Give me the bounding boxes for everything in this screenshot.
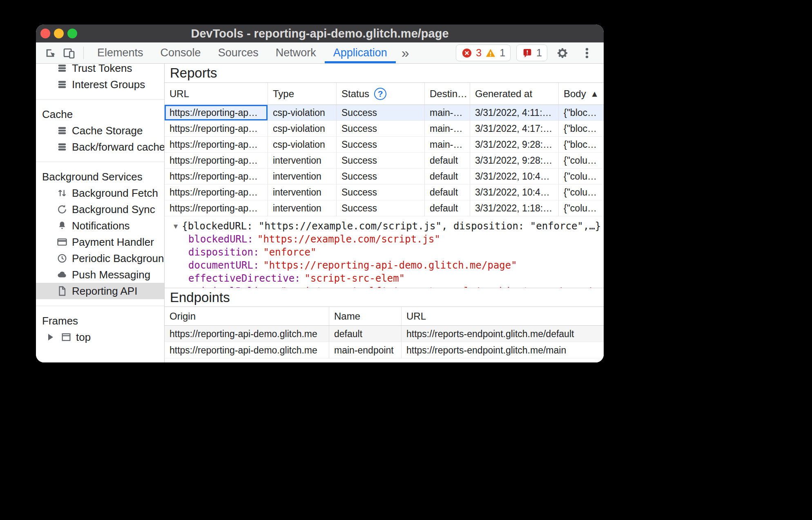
endpoint-row[interactable]: https://reporting-api-demo.glitch.me mai… [165,342,604,358]
report-status-cell[interactable]: Success [337,169,425,184]
report-body-cell[interactable]: {"bloc… [559,105,604,121]
tab-sources[interactable]: Sources [210,42,267,63]
column-header-endpoint-url[interactable]: URL [402,307,604,326]
report-row[interactable]: https://reporting-ap… csp-violation Succ… [165,137,604,153]
report-body-cell[interactable]: {"colu… [559,153,604,169]
column-header-status[interactable]: Status ? [337,83,425,105]
report-generated-cell[interactable]: 3/31/2022, 10:4… [470,169,559,184]
report-type-cell[interactable]: intervention [268,169,337,184]
report-type-cell[interactable]: csp-violation [268,137,337,153]
json-summary-line[interactable]: ▼{blockedURL: "https://example.com/scrip… [174,220,604,233]
report-type-cell[interactable]: csp-violation [268,105,337,121]
zoom-button[interactable] [67,29,77,38]
device-toolbar-button[interactable] [60,42,78,63]
report-url-cell[interactable]: https://reporting-ap… [165,105,268,121]
report-url-cell[interactable]: https://reporting-ap… [165,121,268,137]
report-destination-cell[interactable]: default [425,200,470,216]
report-status-cell[interactable]: Success [337,105,425,121]
endpoint-origin-cell[interactable]: https://reporting-api-demo.glitch.me [165,342,329,358]
report-generated-cell[interactable]: 3/31/2022, 1:18:… [470,200,559,216]
sidebar-item-cache-storage[interactable]: Cache Storage [36,122,164,139]
report-destination-cell[interactable]: main-… [425,137,470,153]
report-generated-cell[interactable]: 3/31/2022, 10:4… [470,184,559,200]
report-body-cell[interactable]: {"colu… [559,200,604,216]
storage-stack-icon [56,125,68,136]
sidebar-item-push-messaging[interactable]: Push Messaging [36,267,164,283]
storage-stack-icon [56,141,68,153]
report-type-cell[interactable]: csp-violation [268,121,337,137]
tab-console[interactable]: Console [152,42,210,63]
sidebar-item-periodic-background-sync[interactable]: Periodic Background [36,250,164,267]
more-tabs-button[interactable]: » [396,42,415,63]
endpoint-url-cell[interactable]: https://reports-endpoint.glitch.me/defau… [402,326,604,342]
report-destination-cell[interactable]: default [425,184,470,200]
report-destination-cell[interactable]: default [425,153,470,169]
titlebar: DevTools - reporting-api-demo.glitch.me/… [36,24,604,42]
report-body-cell[interactable]: {"bloc… [559,137,604,153]
sidebar-item-notifications[interactable]: Notifications [36,218,164,234]
close-button[interactable] [40,29,50,38]
column-header-body[interactable]: Body ▲ [559,83,604,105]
report-generated-cell[interactable]: 3/31/2022, 9:28:… [470,153,559,169]
report-status-cell[interactable]: Success [337,137,425,153]
sidebar-item-interest-groups[interactable]: Interest Groups [36,76,164,93]
endpoint-name-cell[interactable]: default [329,326,402,342]
report-url-cell[interactable]: https://reporting-ap… [165,200,268,216]
minimize-button[interactable] [54,29,64,38]
tab-application[interactable]: Application [325,42,396,63]
report-row[interactable]: https://reporting-ap… csp-violation Succ… [165,105,604,121]
endpoint-url-cell[interactable]: https://reports-endpoint.glitch.me/main [402,342,604,358]
column-header-destination[interactable]: Destin… [425,83,470,105]
report-destination-cell[interactable]: main-… [425,105,470,121]
report-body-cell[interactable]: {"colu… [559,184,604,200]
endpoint-name-cell[interactable]: main-endpoint [329,342,402,358]
issues-badge[interactable]: 1 [516,44,547,61]
status-help-icon[interactable]: ? [374,88,386,100]
report-status-cell[interactable]: Success [337,121,425,137]
settings-button[interactable] [553,47,572,60]
report-row[interactable]: https://reporting-ap… intervention Succe… [165,169,604,184]
more-options-button[interactable] [578,47,596,60]
column-header-generated-at[interactable]: Generated at [470,83,559,105]
sidebar-item-background-sync[interactable]: Background Sync [36,201,164,218]
report-body-cell[interactable]: {"bloc… [559,121,604,137]
report-row[interactable]: https://reporting-ap… intervention Succe… [165,153,604,169]
report-generated-cell[interactable]: 3/31/2022, 4:17:… [470,121,559,137]
sidebar-item-payment-handler[interactable]: Payment Handler [36,234,164,250]
sidebar-item-back-forward-cache[interactable]: Back/forward cache [36,139,164,155]
report-url-cell[interactable]: https://reporting-ap… [165,153,268,169]
report-destination-cell[interactable]: main-… [425,121,470,137]
column-header-url[interactable]: URL [165,83,268,105]
report-type-cell[interactable]: intervention [268,153,337,169]
report-status-cell[interactable]: Success [337,184,425,200]
tab-network[interactable]: Network [267,42,325,63]
endpoint-origin-cell[interactable]: https://reporting-api-demo.glitch.me [165,326,329,342]
column-header-name[interactable]: Name [329,307,402,326]
column-header-origin[interactable]: Origin [165,307,329,326]
chevron-right-icon[interactable] [48,334,53,340]
report-row[interactable]: https://reporting-ap… intervention Succe… [165,200,604,216]
report-status-cell[interactable]: Success [337,200,425,216]
report-type-cell[interactable]: intervention [268,184,337,200]
report-url-cell[interactable]: https://reporting-ap… [165,184,268,200]
expand-triangle-icon[interactable]: ▼ [174,220,178,233]
report-url-cell[interactable]: https://reporting-ap… [165,137,268,153]
sidebar-item-trust-tokens[interactable]: Trust Tokens [36,64,164,76]
tab-elements[interactable]: Elements [89,42,152,63]
report-row[interactable]: https://reporting-ap… intervention Succe… [165,184,604,200]
console-counts-badge[interactable]: 3 1 [456,44,511,61]
column-header-type[interactable]: Type [268,83,337,105]
endpoint-row[interactable]: https://reporting-api-demo.glitch.me def… [165,326,604,342]
report-body-cell[interactable]: {"colu… [559,169,604,184]
inspect-element-button[interactable] [41,42,60,63]
report-url-cell[interactable]: https://reporting-ap… [165,169,268,184]
report-status-cell[interactable]: Success [337,153,425,169]
report-generated-cell[interactable]: 3/31/2022, 4:11:… [470,105,559,121]
report-type-cell[interactable]: intervention [268,200,337,216]
sidebar-item-background-fetch[interactable]: Background Fetch [36,185,164,201]
sidebar-item-frame-top[interactable]: top [36,329,164,345]
report-destination-cell[interactable]: default [425,169,470,184]
report-row[interactable]: https://reporting-ap… csp-violation Succ… [165,121,604,137]
report-generated-cell[interactable]: 3/31/2022, 9:28:… [470,137,559,153]
sidebar-item-reporting-api[interactable]: Frames Reporting API [36,283,164,299]
